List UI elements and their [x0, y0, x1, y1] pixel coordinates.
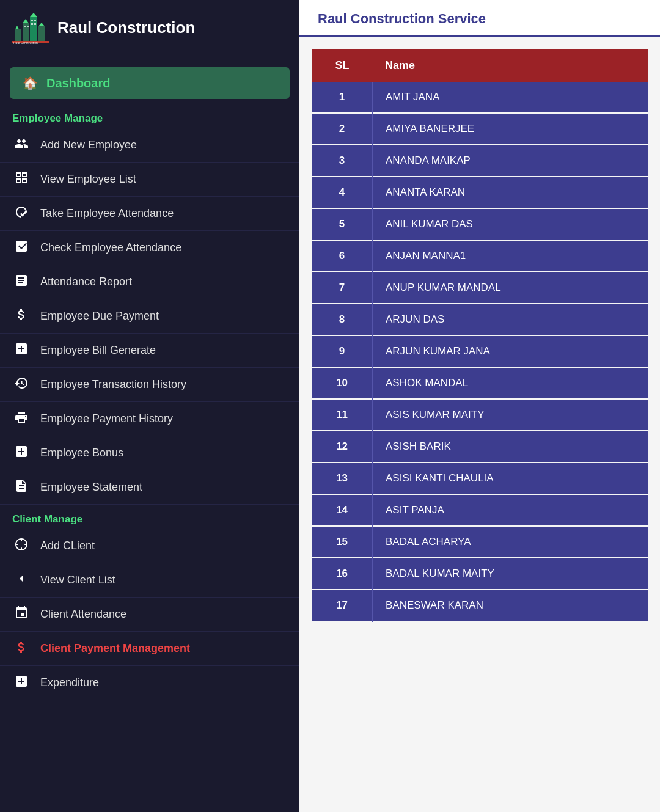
- table-row[interactable]: 3 ANANDA MAIKAP: [312, 145, 648, 177]
- attendance-report-icon: [12, 273, 31, 291]
- cell-name: ANUP KUMAR MANDAL: [373, 272, 648, 304]
- table-row[interactable]: 15 BADAL ACHARYA: [312, 526, 648, 558]
- sidebar-item-bonus[interactable]: Employee Bonus: [0, 436, 299, 470]
- svg-marker-5: [23, 19, 29, 23]
- cell-name: ASHOK MANDAL: [373, 367, 648, 399]
- cell-name: ANIL KUMAR DAS: [373, 208, 648, 240]
- bill-generate-label: Employee Bill Generate: [40, 344, 156, 357]
- cell-sl: 13: [312, 463, 373, 494]
- sidebar-item-client-payment-mgmt[interactable]: Client Payment Management: [0, 632, 299, 666]
- svg-marker-6: [30, 13, 37, 17]
- table-row[interactable]: 6 ANJAN MANNA1: [312, 240, 648, 272]
- cell-sl: 7: [312, 272, 373, 304]
- sidebar-item-due-payment[interactable]: Employee Due Payment: [0, 299, 299, 334]
- cell-sl: 6: [312, 240, 373, 272]
- sidebar-item-attendance-report[interactable]: Attendance Report: [0, 265, 299, 299]
- table-row[interactable]: 9 ARJUN KUMAR JANA: [312, 335, 648, 367]
- table-row[interactable]: 1 AMIT JANA: [312, 82, 648, 113]
- sidebar-item-take-attendance[interactable]: Take Employee Attendance: [0, 197, 299, 231]
- sidebar-item-payment-history[interactable]: Employee Payment History: [0, 402, 299, 436]
- cell-sl: 3: [312, 145, 373, 177]
- company-logo: Raul Construction: [12, 11, 49, 45]
- sidebar-item-view-employee-list[interactable]: View Employee List: [0, 163, 299, 197]
- take-attendance-label: Take Employee Attendance: [40, 207, 174, 220]
- cell-sl: 14: [312, 494, 373, 526]
- cell-name: ASISH BARIK: [373, 431, 648, 463]
- cell-name: BADAL ACHARYA: [373, 526, 648, 558]
- table-row[interactable]: 13 ASISI KANTI CHAULIA: [312, 463, 648, 494]
- dashboard-label: Dashboard: [46, 76, 110, 90]
- dashboard-button[interactable]: 🏠 Dashboard: [10, 67, 290, 99]
- svg-rect-3: [38, 26, 45, 42]
- table-row[interactable]: 16 BADAL KUMAR MAITY: [312, 558, 648, 590]
- due-payment-label: Employee Due Payment: [40, 310, 159, 323]
- sidebar-item-transaction-history[interactable]: Employee Transaction History: [0, 368, 299, 402]
- bill-generate-icon: [12, 342, 31, 359]
- statement-icon: [12, 478, 31, 496]
- add-client-label: Add CLient: [40, 540, 95, 552]
- cell-sl: 8: [312, 304, 373, 335]
- check-attendance-label: Check Employee Attendance: [40, 241, 182, 254]
- table-row[interactable]: 10 ASHOK MANDAL: [312, 367, 648, 399]
- sidebar-item-client-attendance[interactable]: Client Attendance: [0, 598, 299, 632]
- cell-sl: 16: [312, 558, 373, 590]
- payment-history-icon: [12, 410, 31, 428]
- cell-name: BANESWAR KARAN: [373, 590, 648, 621]
- statement-label: Employee Statement: [40, 481, 142, 494]
- table-row[interactable]: 11 ASIS KUMAR MAITY: [312, 399, 648, 431]
- main-content: Raul Construction Service SL Name 1 AMIT…: [299, 0, 660, 812]
- due-payment-icon: [12, 307, 31, 325]
- table-row[interactable]: 12 ASISH BARIK: [312, 431, 648, 463]
- sidebar-item-add-client[interactable]: Add CLient: [0, 529, 299, 563]
- sidebar-item-expenditure[interactable]: Expenditure: [0, 666, 299, 700]
- svg-marker-7: [38, 23, 45, 26]
- sidebar: Raul Construction Raul Construction 🏠 Da…: [0, 0, 299, 812]
- table-row[interactable]: 8 ARJUN DAS: [312, 304, 648, 335]
- client-payment-mgmt-icon: [12, 640, 31, 657]
- sidebar-item-statement[interactable]: Employee Statement: [0, 470, 299, 505]
- svg-rect-10: [31, 20, 33, 21]
- home-icon: 🏠: [21, 76, 39, 90]
- col-sl-header: SL: [312, 49, 373, 82]
- add-client-icon: [12, 537, 31, 555]
- take-attendance-icon: [12, 205, 31, 222]
- svg-rect-9: [28, 26, 29, 27]
- cell-sl: 4: [312, 177, 373, 208]
- table-row[interactable]: 2 AMIYA BANERJEE: [312, 113, 648, 145]
- cell-name: ASIS KUMAR MAITY: [373, 399, 648, 431]
- employee-manage-section-label: Employee Manage: [0, 104, 299, 128]
- expenditure-icon: [12, 674, 31, 692]
- svg-marker-4: [15, 26, 19, 29]
- svg-rect-12: [31, 23, 33, 25]
- add-employee-icon: [12, 136, 31, 154]
- cell-sl: 1: [312, 82, 373, 113]
- table-row[interactable]: 17 BANESWAR KARAN: [312, 590, 648, 621]
- cell-sl: 11: [312, 399, 373, 431]
- table-row[interactable]: 4 ANANTA KARAN: [312, 177, 648, 208]
- transaction-history-icon: [12, 376, 31, 393]
- cell-sl: 12: [312, 431, 373, 463]
- company-name: Raul Construction: [57, 18, 195, 37]
- sidebar-item-check-attendance[interactable]: Check Employee Attendance: [0, 231, 299, 265]
- bonus-label: Employee Bonus: [40, 447, 123, 459]
- svg-text:Raul Construction: Raul Construction: [13, 41, 38, 45]
- table-row[interactable]: 7 ANUP KUMAR MANDAL: [312, 272, 648, 304]
- sidebar-item-add-employee[interactable]: Add New Employee: [0, 128, 299, 163]
- cell-name: AMIYA BANERJEE: [373, 113, 648, 145]
- svg-rect-0: [15, 29, 21, 42]
- cell-name: ANANTA KARAN: [373, 177, 648, 208]
- table-row[interactable]: 14 ASIT PANJA: [312, 494, 648, 526]
- view-client-label: View Client List: [40, 574, 116, 587]
- client-attendance-label: Client Attendance: [40, 608, 127, 621]
- cell-name: ASISI KANTI CHAULIA: [373, 463, 648, 494]
- cell-sl: 9: [312, 335, 373, 367]
- sidebar-item-view-client-list[interactable]: View Client List: [0, 563, 299, 598]
- col-name-header: Name: [373, 49, 648, 82]
- sidebar-item-bill-generate[interactable]: Employee Bill Generate: [0, 334, 299, 368]
- cell-name: ANJAN MANNA1: [373, 240, 648, 272]
- main-header: Raul Construction Service: [299, 0, 660, 37]
- svg-rect-13: [34, 23, 36, 25]
- table-row[interactable]: 5 ANIL KUMAR DAS: [312, 208, 648, 240]
- sidebar-scroll-area: 🏠 Dashboard Employee Manage Add New Empl…: [0, 56, 299, 700]
- bonus-icon: [12, 444, 31, 462]
